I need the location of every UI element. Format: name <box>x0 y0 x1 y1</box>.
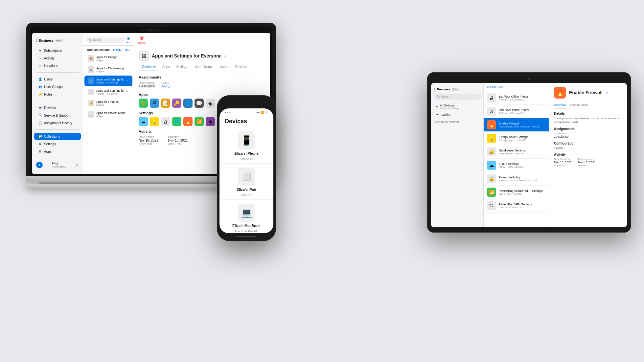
icloud-info: iCloud Settings iCloud · iOS, macOS <box>499 162 546 169</box>
sidebar-item-activity[interactable]: ✦ Activity <box>34 55 81 62</box>
tab-overview[interactable]: Overview <box>139 63 159 71</box>
sidebar-item-roles[interactable]: 🔑 Roles <box>34 91 81 98</box>
sidebar-item-service-support[interactable]: 🔧 Service & Support <box>34 112 81 119</box>
users-add[interactable]: Add ⓘ <box>161 84 171 89</box>
sidebar-item-devices[interactable]: 💻 Devices <box>34 104 81 111</box>
phone-device-item-iphone[interactable]: 📱 Eliza's iPhone iPhone 13 <box>219 127 273 164</box>
ipad-assign-collections-label: Collections <box>554 132 568 135</box>
sidebar-label-settings: Settings <box>44 142 56 146</box>
tab-apps[interactable]: Apps <box>159 63 173 71</box>
filter-sort[interactable]: ⊟ Filter ↕ Sort <box>113 49 130 52</box>
collection-apps-engineering[interactable]: ⚙ Apps for Engineering 4 Apps <box>84 64 132 75</box>
phone-status-bar: 9:41 ▪▪▪ 📶 🔋 <box>219 108 273 115</box>
collection-apps-engineering-meta: 4 Apps <box>96 70 129 73</box>
collection-apps-settings-everyone[interactable]: ⊞ Apps and Settings for Everyone 9 Apps … <box>84 76 132 86</box>
user-avatar: A <box>36 162 43 168</box>
macbook-device-image: 💻 <box>238 204 255 222</box>
sidebar-footer: A Amy PerfectBag ⚙ <box>32 159 83 171</box>
sidebar-section-2: 👤 Users 👥 User Groups 🔑 Roles <box>32 75 83 99</box>
iphone-notch <box>235 99 258 106</box>
sidebar-item-apps[interactable]: ⊞ Apps <box>34 148 81 155</box>
tab-settings[interactable]: Settings <box>173 63 191 71</box>
ipad-subscriptions-info: All Settings Browse all settings <box>440 104 459 109</box>
ipad-body:  Business Beta 🔍 Search ● All Settings … <box>427 72 631 233</box>
collection-apps-design[interactable]: 🎨 Apps for Design 3 Apps <box>84 53 132 64</box>
ipad-detail-header: 🔥 Enable Firewall ✓ <box>554 87 622 99</box>
phone-device-item-macbook[interactable]: 💻 Eliza's MacBook MacBook Pro 14" <box>219 200 273 233</box>
ipad-tab-overview[interactable]: Overview <box>554 102 566 108</box>
passcode-icon: 🔒 <box>487 174 496 183</box>
ipad-list-item-perfectbag-wifi[interactable]: 📶 PerfectBag Secure Wi-Fi Settings Wi-Fi… <box>484 186 549 199</box>
your-collections-label: Your Collections ⊟ Filter ↕ Sort <box>83 46 134 53</box>
ipad-date-updated-person: Any Frost <box>578 164 596 167</box>
ipad-date-updated-label: Date Updated <box>578 158 596 161</box>
ipad-details-title: Details <box>554 112 622 115</box>
add-button[interactable]: ⊕ Add <box>126 36 130 43</box>
iphone-home-indicator <box>237 236 256 237</box>
verified-icon: ✓ <box>224 54 227 58</box>
settings-gear-icon[interactable]: ⚙ <box>75 163 79 167</box>
collection-apps-project-management-name: Apps for Project Management <box>96 111 129 115</box>
ipad-assignments-title: Assignments <box>554 127 622 131</box>
ipad-list-item-gatekeeper[interactable]: 🔐 Gatekeeper Settings Gatekeeper · macOS <box>484 145 549 159</box>
collection-apps-design-name: Apps for Design <box>96 56 129 59</box>
tab-users[interactable]: Users <box>217 63 232 71</box>
sidebar-item-settings[interactable]: ⚙ Settings <box>34 140 81 147</box>
ipad-date-updated: Date Updated Nov 10, 2021 Any Frost <box>578 158 596 167</box>
ipad-list-item-icloud[interactable]: ☁ iCloud Settings iCloud · iOS, macOS <box>484 159 549 172</box>
ipad-assignments-row: Collections 1 Assigned <box>554 132 622 138</box>
sidebar-item-collections[interactable]: 📁 Collections <box>34 133 81 140</box>
search-bar[interactable]: 🔍 Search <box>86 37 125 43</box>
ipad-search-bar[interactable]: 🔍 Search <box>434 94 481 100</box>
sidebar-divider-2 <box>36 101 79 101</box>
ipad-sidebar-activity[interactable]: ✦ Activity <box>433 111 482 118</box>
ipad-camera <box>528 78 530 80</box>
ipad-list-item-passcode[interactable]: 🔒 Passcode Policy Password and Screen Lo… <box>484 172 549 186</box>
date-added-label: Date Added <box>139 135 158 139</box>
collection-app-icon: ⊞ <box>139 51 149 61</box>
apps-engineering-icon: ⚙ <box>88 66 94 73</box>
phone-device-item-ipad[interactable]: ⬜ Eliza's iPad iPad Pro <box>219 164 273 200</box>
collection-apps-settings-sales-info: Apps and Settings for Sales 4 Apps · 1 S… <box>96 89 129 95</box>
collection-apps-design-info: Apps for Design 3 Apps <box>96 56 129 62</box>
app-icon-2: 📝 <box>161 99 170 108</box>
ipad-detail-title: Enable Firewall <box>569 90 603 95</box>
ipad-detail-verified: ✓ <box>606 91 609 95</box>
collections-header: 🔍 Search ⊕ Add <box>83 33 134 46</box>
macbook-notch <box>141 29 161 32</box>
user-info: Amy PerfectBag <box>52 162 66 168</box>
ipad-sidebar-subscriptions[interactable]: ● All Settings Browse all settings <box>433 102 482 111</box>
icloud-icon: ☁ <box>487 161 496 170</box>
tab-user-groups[interactable]: User Groups <box>192 63 217 71</box>
ipad-tab-configuration[interactable]: Configuration <box>570 102 588 108</box>
perfectbag-wifi-meta: Wi-Fi · iOS, macOS <box>499 192 546 195</box>
sidebar-item-users[interactable]: 👤 Users <box>34 76 81 83</box>
1st-floor-name: 1st Floor Office Printer <box>499 95 546 98</box>
sidebar-item-assignment-history[interactable]: 📋 Assignment History <box>34 119 81 126</box>
sidebar-item-user-groups[interactable]: 👥 User Groups <box>34 83 81 90</box>
ipad-list-item-2nd-floor[interactable]: 🖨 2nd Floor Office Printer AirPrint · iO… <box>484 105 549 118</box>
ipad-brand-name: Business <box>437 88 450 91</box>
setting-icon-2: 🖨 <box>161 117 170 126</box>
activity-date-added: Date Added Nov 10, 2021 Amy Frost <box>139 135 158 146</box>
sidebar-label-locations: Locations <box>44 64 58 68</box>
collection-apps-project-management[interactable]: 📊 Apps for Project Management 4 Apps <box>84 109 132 120</box>
ipad-list-item-energy-saver[interactable]: 💡 Energy Saver Settings Energy Saver · m… <box>484 132 549 145</box>
ipad-configuration-title: Configuration <box>554 142 622 145</box>
ipad-list-item-enable-firewall[interactable]: 🔥 Enable Firewall Application Layer Fire… <box>484 118 549 132</box>
sidebar-label-subscription: Subscription <box>44 49 62 53</box>
collection-apps-finance[interactable]: 💰 Apps for Finance 5 Apps <box>84 98 132 108</box>
devices-icon: 💻 <box>38 106 42 110</box>
1st-floor-icon: 🖨 <box>487 93 496 102</box>
tab-devices[interactable]: Devices <box>232 63 250 71</box>
ipad-date-created: Date Created Nov 10, 2021 Any Frost <box>554 158 572 167</box>
sidebar-divider-3 <box>36 129 79 130</box>
ipad-list-item-1st-floor[interactable]: 🖨 1st Floor Office Printer AirPrint · iO… <box>484 91 549 105</box>
ipad-list-item-perfectbag-vpn[interactable]: 🛡 PerfectBag VPN Settings VPN · iOS, mac… <box>484 199 549 213</box>
ipad-screen:  Business Beta 🔍 Search ● All Settings … <box>431 83 627 227</box>
sidebar-item-subscription[interactable]: ● Subscription <box>34 47 81 54</box>
collection-apps-settings-sales[interactable]: ⊞ Apps and Settings for Sales 4 Apps · 1… <box>84 87 132 97</box>
ipad-filter-sort[interactable]: ⊟ Filter ↕ Sort <box>487 85 503 88</box>
sidebar-item-locations[interactable]: ◎ Locations <box>34 62 81 69</box>
delete-button[interactable]: 🗑 Delete <box>138 35 146 44</box>
